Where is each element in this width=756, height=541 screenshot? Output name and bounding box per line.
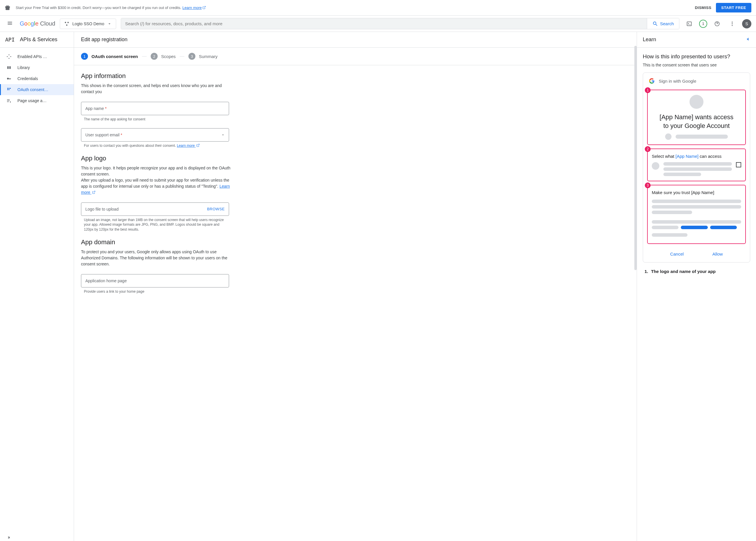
library-icon	[6, 65, 12, 70]
sidebar-title[interactable]: API APIs & Services	[0, 32, 74, 48]
preview-box-3-title: Make sure you trust [App Name]	[652, 190, 741, 195]
app-home-page-field[interactable]: Application home page	[81, 274, 229, 287]
banner-learn-more-link[interactable]: Learn more	[182, 6, 206, 10]
api-icon-text: API	[5, 37, 15, 43]
step-scopes[interactable]: 2 Scopes	[151, 53, 176, 60]
app-name-field[interactable]: App name *	[81, 102, 229, 115]
project-name: Logto SSO Demo	[72, 21, 104, 26]
dismiss-button[interactable]: DISMISS	[690, 3, 716, 12]
preview-actions: Cancel Allow	[647, 248, 746, 258]
svg-rect-17	[9, 89, 10, 90]
start-free-button[interactable]: START FREE	[716, 3, 751, 12]
section-app-logo-heading: App logo	[81, 155, 305, 162]
email-learn-more-link[interactable]: Learn more	[177, 144, 200, 148]
more-vert-icon	[729, 21, 735, 27]
preview-box-2: 2 Select what [App Name] can access	[647, 149, 746, 181]
menu-icon	[7, 20, 13, 26]
sidebar-item-library[interactable]: Library	[0, 62, 74, 73]
free-trial-banner: Start your Free Trial with $300 in credi…	[0, 0, 756, 16]
svg-point-5	[732, 21, 732, 22]
logo-upload-field[interactable]: Logo file to upload BROWSE	[81, 203, 229, 216]
search-bar: Search	[121, 18, 679, 29]
learn-subtitle: This is the consent screen that users se…	[643, 63, 750, 67]
svg-rect-15	[10, 88, 11, 89]
chevron-left-icon	[7, 535, 12, 540]
checkbox-placeholder	[736, 162, 741, 167]
search-input[interactable]	[121, 18, 647, 29]
svg-point-1	[68, 22, 69, 23]
chevron-down-icon	[107, 21, 112, 26]
browse-button[interactable]: BROWSE	[207, 207, 225, 211]
app-home-page-help: Provide users a link to your home page	[84, 289, 229, 294]
svg-point-7	[732, 25, 732, 26]
svg-point-12	[7, 78, 9, 80]
learn-info-list: 1. The logo and name of your app	[643, 269, 750, 274]
form-stepper: 1 OAuth consent screen 2 Scopes 3 Summar…	[74, 48, 637, 65]
section-app-information-desc: This shows in the consent screen, and he…	[81, 83, 235, 95]
page-title: Edit app registration	[74, 32, 637, 48]
sign-in-text: Sign in with Google	[659, 79, 696, 84]
preview-box-2-title: Select what [App Name] can access	[652, 154, 741, 159]
banner-text: Start your Free Trial with $300 in credi…	[16, 6, 690, 10]
external-link-icon	[202, 6, 206, 9]
section-app-domain-heading: App domain	[81, 239, 305, 246]
svg-rect-16	[7, 89, 8, 90]
svg-point-11	[9, 58, 10, 59]
svg-point-10	[10, 56, 11, 57]
learn-collapse-button[interactable]	[745, 37, 750, 43]
app-logo-desc1: This is your logo. It helps people recog…	[81, 165, 235, 177]
step-summary[interactable]: 3 Summary	[188, 53, 217, 60]
notifications-badge[interactable]: 1	[699, 20, 707, 28]
svg-point-9	[7, 56, 8, 57]
svg-rect-13	[7, 88, 8, 89]
search-button[interactable]: Search	[647, 18, 679, 29]
preview-allow: Allow	[712, 252, 723, 257]
sidebar-item-label: Credentials	[17, 76, 38, 81]
list-item: 1. The logo and name of your app	[645, 269, 750, 274]
search-icon	[652, 21, 658, 27]
project-picker[interactable]: Logto SSO Demo	[60, 19, 116, 29]
preview-box-3: 3 Make sure you trust [App Name]	[647, 185, 746, 244]
svg-point-8	[9, 55, 10, 55]
preview-cancel: Cancel	[670, 252, 684, 257]
cloud-shell-button[interactable]	[684, 19, 694, 29]
hamburger-menu-button[interactable]	[5, 18, 15, 29]
help-button[interactable]	[712, 19, 722, 29]
credentials-icon	[6, 76, 12, 81]
google-cloud-logo[interactable]: Google Cloud	[20, 20, 55, 27]
svg-rect-19	[748, 38, 749, 41]
sidebar-item-label: OAuth consent…	[17, 87, 48, 92]
sidebar-item-credentials[interactable]: Credentials	[0, 73, 74, 84]
consent-headline: [App Name] wants access to your Google A…	[657, 113, 736, 130]
step-oauth-consent[interactable]: 1 OAuth consent screen	[81, 53, 138, 60]
google-g-icon	[649, 78, 655, 84]
svg-point-6	[732, 23, 732, 24]
gift-icon	[5, 5, 10, 11]
usage-icon	[6, 98, 12, 103]
top-header: Google Cloud Logto SSO Demo Search 1 S	[0, 16, 756, 32]
user-avatar[interactable]: S	[742, 19, 751, 28]
project-icon	[64, 21, 69, 26]
sidebar: API APIs & Services Enabled APIs … Libra…	[0, 32, 74, 541]
more-button[interactable]	[727, 19, 737, 29]
dropdown-icon	[221, 133, 225, 137]
learn-title: Learn	[643, 37, 656, 43]
sidebar-item-oauth-consent[interactable]: OAuth consent…	[0, 84, 74, 95]
user-support-email-field[interactable]: User support email *	[81, 128, 229, 142]
svg-rect-18	[8, 536, 9, 539]
scrollbar[interactable]	[634, 46, 637, 541]
sidebar-item-label: Enabled APIs …	[17, 54, 47, 59]
app-domain-desc: To protect you and your users, Google on…	[81, 249, 235, 267]
svg-point-2	[66, 24, 68, 26]
external-link-icon	[92, 191, 96, 194]
logo-upload-help: Upload an image, not larger than 1MB on …	[84, 218, 229, 232]
collapse-sidebar-button[interactable]	[6, 534, 13, 541]
sidebar-item-enabled-apis[interactable]: Enabled APIs …	[0, 51, 74, 62]
section-app-information-heading: App information	[81, 72, 305, 80]
oauth-icon	[6, 87, 12, 92]
sidebar-item-page-usage[interactable]: Page usage a…	[0, 95, 74, 106]
learn-heading: How is this info presented to users?	[643, 53, 750, 60]
sidebar-item-label: Library	[17, 65, 30, 70]
step-separator	[180, 56, 184, 57]
app-name-help: The name of the app asking for consent	[84, 117, 229, 122]
